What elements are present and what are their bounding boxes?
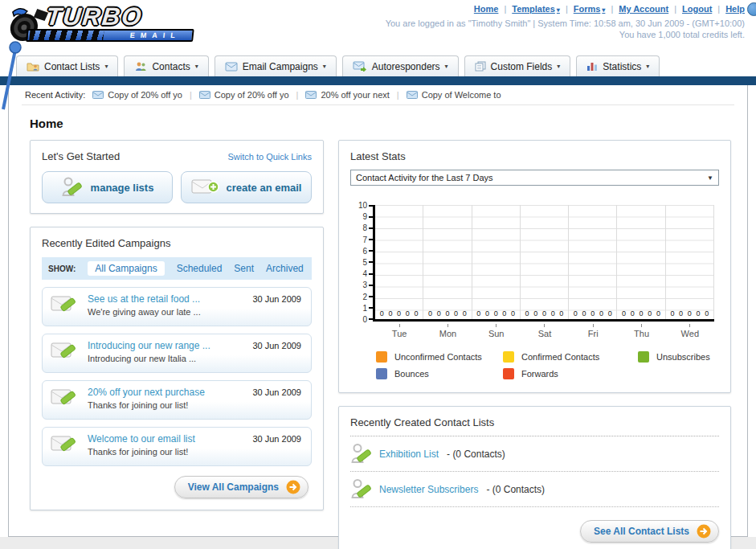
header-link-templates[interactable]: Templates▾ (512, 4, 560, 14)
campaign-title-link[interactable]: Introducing our new range ... (88, 340, 210, 351)
filter-all-campaigns[interactable]: All Campaigns (88, 261, 164, 276)
data-value-label: 0 (551, 309, 555, 318)
button-label: create an email (227, 182, 302, 194)
x-axis-label: Sat (521, 324, 569, 338)
campaign-title-link[interactable]: Welcome to our email list (88, 433, 195, 445)
item-separator: | (190, 90, 192, 100)
data-value-label: 0 (502, 309, 506, 318)
recent-activity-item[interactable]: Copy of Welcome to (407, 90, 501, 100)
nav-tab-label: Contacts (152, 61, 190, 72)
recent-activity-item[interactable]: Copy of 20% off yo (92, 90, 182, 100)
data-value-label: 0 (445, 309, 449, 318)
data-value-label: 0 (559, 309, 563, 318)
custom-fields-icon (475, 61, 486, 72)
tick-mark (447, 324, 448, 327)
x-axis-label-text: Sat (538, 329, 552, 338)
legend-item: Forwards (503, 368, 638, 379)
create-an-email-button[interactable]: create an email (181, 171, 312, 203)
view-all-campaigns-button[interactable]: View All Campaigns (174, 476, 309, 498)
contact-count: - (0 Contacts) (486, 484, 545, 495)
nav-tab-autoresponders[interactable]: Autoresponders▾ (342, 55, 459, 76)
campaign-title-link[interactable]: 20% off your next purchase (88, 387, 205, 398)
help-bubble-icon[interactable] (747, 2, 756, 16)
nav-tab-statistics[interactable]: Statistics▾ (576, 55, 660, 76)
y-tick: 1 (362, 305, 373, 312)
nav-tab-label: Statistics (603, 61, 641, 72)
y-axis-label: 9 (362, 212, 367, 221)
filter-archived[interactable]: Archived (266, 263, 304, 274)
manage-lists-button[interactable]: manage lists (42, 171, 173, 203)
data-value-label: 0 (494, 309, 498, 318)
tick-mark (544, 324, 545, 327)
header-link-home[interactable]: Home (474, 4, 499, 14)
chevron-down-icon: ▼ (707, 174, 713, 182)
nav-tab-contacts[interactable]: Contacts▾ (124, 55, 208, 76)
y-tick: 3 (362, 281, 373, 289)
item-separator: | (397, 90, 399, 100)
credits-status: You have 1,000 total credits left. (619, 30, 745, 39)
nav-tab-email-campaigns[interactable]: Email Campaigns▾ (215, 55, 337, 76)
header-link-forms[interactable]: Forms▾ (574, 4, 606, 14)
y-axis-label: 2 (362, 293, 367, 301)
legend-swatch (503, 368, 514, 379)
recent-activity-item[interactable]: Copy of 20% off yo (199, 90, 289, 100)
campaign-date: 30 Jun 2009 (252, 341, 301, 350)
chart-day-group: 00000 (472, 205, 521, 319)
x-axis-label-text: Wed (681, 329, 699, 338)
x-axis-label-text: Fri (588, 329, 599, 338)
see-all-contact-lists-button[interactable]: See All Contact Lists (580, 520, 719, 543)
stats-period-dropdown[interactable]: Contact Activity for the Last 7 Days ▼ (350, 170, 719, 186)
link-separator: | (566, 4, 568, 14)
campaign-row[interactable]: See us at the retail food ...We're givin… (42, 287, 312, 326)
nav-tab-custom-fields[interactable]: Custom Fields▾ (464, 55, 571, 76)
campaign-row[interactable]: Introducing our new range ...Introducing… (42, 334, 312, 373)
legend-label: Confirmed Contacts (521, 352, 599, 362)
recent-activity-item[interactable]: 20% off your next (305, 90, 389, 100)
nav-tab-label: Email Campaigns (243, 61, 318, 72)
y-axis-label: 7 (362, 236, 367, 244)
y-tick: 8 (362, 224, 373, 231)
contact-list-items: Exhibition List- (0 Contacts)Newsletter … (350, 436, 719, 507)
page-content: Home Let's Get Started Switch to Quick L… (9, 105, 747, 549)
legend-item: Bounces (376, 368, 503, 379)
contact-lists-box: Recently Created Contact Lists Exhibitio… (338, 406, 731, 549)
header-link-help[interactable]: Help (725, 4, 745, 14)
y-axis-label: 6 (362, 247, 367, 256)
campaign-subtitle: Thanks for joining our list! (88, 400, 205, 410)
filter-scheduled[interactable]: Scheduled (177, 263, 223, 274)
filter-sent[interactable]: Sent (234, 263, 254, 274)
switch-quick-links[interactable]: Switch to Quick Links (227, 152, 312, 162)
header-link-my-account[interactable]: My Account (619, 4, 668, 14)
legend-label: Unsubscribes (656, 352, 710, 362)
data-value-label: 0 (533, 309, 537, 318)
campaign-row[interactable]: Welcome to our email listThanks for join… (42, 427, 312, 466)
left-column: Let's Get Started Switch to Quick Links … (30, 140, 324, 510)
chart-y-axis: 109876543210 (352, 202, 373, 323)
x-axis-label: Wed (666, 324, 714, 338)
x-axis-label-text: Sun (488, 329, 505, 338)
campaign-title-link[interactable]: See us at the retail food ... (88, 293, 201, 305)
campaign-row[interactable]: 20% off your next purchaseThanks for joi… (42, 380, 312, 420)
chevron-down-icon: ▾ (602, 6, 605, 14)
campaign-filters: All CampaignsScheduledSentArchived (88, 261, 303, 276)
manage-lists-icon (61, 177, 84, 198)
arrow-circle-icon (286, 480, 300, 494)
recent-campaigns-box: Recently Edited Campaigns SHOW: All Camp… (30, 227, 324, 510)
campaign-subtitle: We're giving away our late ... (88, 307, 201, 317)
y-tick: 7 (362, 236, 373, 244)
legend-item: Unsubscribes (638, 351, 714, 363)
data-value-label: 0 (380, 309, 384, 318)
envelope-icon (92, 91, 104, 99)
contact-list-link[interactable]: Newsletter Subscribers (379, 484, 478, 495)
header-link-logout[interactable]: Logout (682, 4, 712, 14)
y-axis-label: 4 (362, 269, 367, 278)
contact-list-link[interactable]: Exhibition List (379, 449, 439, 460)
nav-tab-contact-lists[interactable]: Contact Lists▾ (16, 55, 118, 76)
data-value-label: 0 (599, 309, 603, 318)
campaign-date: 30 Jun 2009 (252, 387, 301, 397)
autoresponders-icon (353, 61, 367, 72)
contact-count: - (0 Contacts) (447, 449, 505, 460)
tick-mark (496, 324, 497, 327)
logo-stripes (29, 31, 104, 40)
contact-lists-icon (27, 61, 39, 72)
